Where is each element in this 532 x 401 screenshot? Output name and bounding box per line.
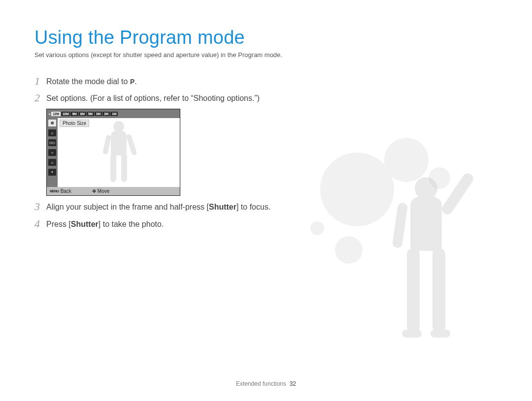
move-label: Move: [98, 188, 109, 194]
footer-move: ✥ Move: [89, 188, 112, 194]
step-text: Press [Shutter] to take the photo.: [46, 218, 164, 230]
subject-silhouette-icon: [101, 121, 136, 184]
camera-lcd-screenshot: ◂ 12M 10M 9M 8M 5M 3M 2M 1M ▦ ± ISO ≡: [46, 109, 180, 196]
step-number: 4: [34, 218, 46, 230]
wb-icon: ≡: [48, 149, 56, 156]
steps-list: 1 Rotate the mode dial to P. 2 Set optio…: [34, 75, 291, 230]
photo-size-option-bar: ◂ 12M 10M 9M 8M 5M 3M 2M 1M: [47, 109, 180, 118]
step-item: 3 Align your subject in the frame and ha…: [34, 201, 291, 213]
option-label: Photo Size: [60, 120, 89, 127]
step-item: 1 Rotate the mode dial to P.: [34, 75, 291, 87]
step-screenshot-wrapper: ◂ 12M 10M 9M 8M 5M 3M 2M 1M ▦ ± ISO ≡: [34, 109, 291, 196]
mode-p-icon: P: [130, 77, 134, 87]
section-name: Extended functions: [236, 380, 286, 387]
face-detect-icon: ☺: [48, 159, 56, 166]
manual-page: Using the Program mode Set various optio…: [0, 0, 532, 401]
bubble-icon: [384, 138, 429, 182]
step-number: 1: [34, 75, 46, 87]
size-option: 9M: [70, 112, 78, 116]
bubble-icon: [335, 236, 363, 264]
page-title: Using the Program mode: [34, 27, 498, 48]
text: Rotate the mode dial to: [46, 77, 130, 86]
step-item: 4 Press [Shutter] to take the photo.: [34, 218, 291, 230]
step-number: 3: [34, 201, 46, 213]
footer-back: MENU Back: [47, 188, 74, 194]
size-option: 10M: [61, 112, 70, 116]
step-number: 2: [34, 92, 46, 104]
child-silhouette-icon: [384, 177, 468, 344]
decorative-art: [300, 138, 512, 349]
size-option: 1M: [110, 112, 118, 116]
page-subtitle: Set various options (except for shutter …: [34, 51, 498, 59]
menu-icon: MENU: [50, 189, 59, 193]
shutter-key: Shutter: [209, 203, 236, 211]
page-number: 32: [290, 380, 296, 387]
ev-icon: ±: [48, 129, 56, 136]
size-option: 8M: [79, 112, 86, 116]
bubble-icon: [429, 167, 450, 189]
text: Press [: [46, 220, 71, 228]
camera-body: ▦ ± ISO ≡ ☺ ✦ Photo Size: [47, 118, 180, 187]
page-footer: Extended functions 32: [0, 380, 532, 387]
text: ] to take the photo.: [99, 220, 164, 228]
size-option: 12M: [51, 112, 61, 116]
bubble-icon: [310, 221, 324, 235]
photo-size-icon: ▦: [48, 120, 56, 126]
text: .: [134, 77, 136, 86]
bubble-icon: [320, 153, 394, 226]
step-text: Rotate the mode dial to P.: [46, 75, 137, 87]
shutter-key: Shutter: [71, 220, 99, 228]
dpad-icon: ✥: [92, 188, 96, 194]
back-label: Back: [61, 188, 71, 194]
step-text: Align your subject in the frame and half…: [46, 201, 270, 213]
step-item: 2 Set options. (For a list of options, r…: [34, 92, 291, 104]
iso-icon: ISO: [48, 139, 56, 146]
size-option: 3M: [95, 112, 102, 116]
af-icon: ✦: [48, 169, 56, 176]
step-text: Set options. (For a list of options, ref…: [46, 92, 260, 104]
text: Align your subject in the frame and half…: [46, 203, 209, 211]
size-option: 2M: [102, 112, 110, 116]
camera-footer-bar: MENU Back ✥ Move: [47, 187, 180, 195]
camera-function-sidebar: ▦ ± ISO ≡ ☺ ✦: [47, 118, 58, 187]
size-option: 5M: [87, 112, 94, 116]
text: ] to focus.: [236, 203, 270, 211]
camera-preview: Photo Size: [58, 118, 180, 187]
scroll-left-icon: ◂: [48, 112, 51, 116]
